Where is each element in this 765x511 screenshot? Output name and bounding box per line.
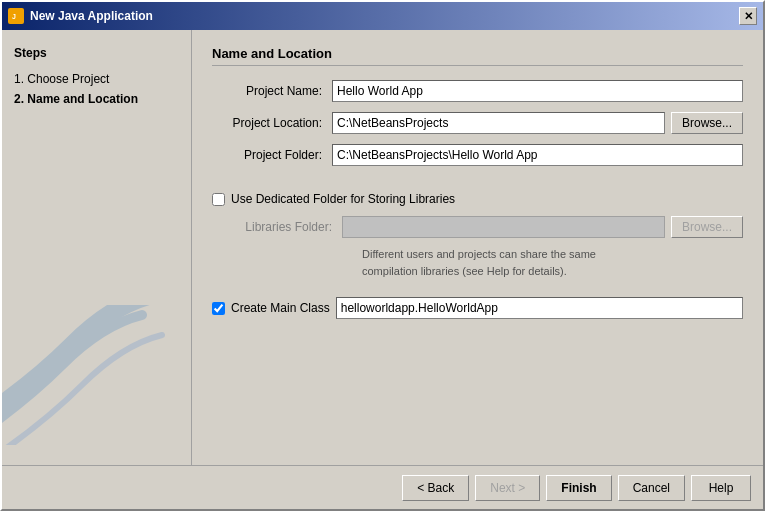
libraries-folder-label: Libraries Folder: [232,220,342,234]
step-1-item: 1. Choose Project [14,72,179,86]
close-button[interactable]: ✕ [739,7,757,25]
project-name-label: Project Name: [212,84,332,98]
finish-button[interactable]: Finish [546,475,611,501]
libraries-folder-row: Libraries Folder: Browse... [232,216,743,238]
project-location-label: Project Location: [212,116,332,130]
next-button: Next > [475,475,540,501]
use-dedicated-folder-label: Use Dedicated Folder for Storing Librari… [231,192,455,206]
main-spacer [212,319,743,449]
footer: < Back Next > Finish Cancel Help [2,465,763,509]
create-main-class-label: Create Main Class [231,301,330,315]
step-2-item: 2. Name and Location [14,92,179,106]
section-title: Name and Location [212,46,743,66]
back-button[interactable]: < Back [402,475,469,501]
java-app-icon: J [8,8,24,24]
dialog-title: New Java Application [30,9,153,23]
title-bar: J New Java Application ✕ [2,2,763,30]
create-main-class-row: Create Main Class [212,297,743,319]
steps-list: 1. Choose Project 2. Name and Location [14,72,179,106]
use-dedicated-folder-row: Use Dedicated Folder for Storing Librari… [212,192,743,206]
step-1-label: Choose Project [27,72,109,86]
step-1-number: 1. [14,72,27,86]
new-java-application-dialog: J New Java Application ✕ Steps 1. Choose… [0,0,765,511]
project-location-input[interactable] [332,112,665,134]
step-2-label: Name and Location [27,92,138,106]
steps-panel: Steps 1. Choose Project 2. Name and Loca… [2,30,192,465]
main-class-input[interactable] [336,297,743,319]
libraries-info-text: Different users and projects can share t… [362,246,743,279]
project-location-row: Project Location: Browse... [212,112,743,134]
title-bar-left: J New Java Application [8,8,153,24]
project-folder-input[interactable] [332,144,743,166]
info-line-1: Different users and projects can share t… [362,248,596,260]
svg-text:J: J [12,13,16,20]
project-name-input[interactable] [332,80,743,102]
watermark-decoration [2,305,172,445]
dialog-body: Steps 1. Choose Project 2. Name and Loca… [2,30,763,465]
libraries-browse-button: Browse... [671,216,743,238]
project-location-browse-button[interactable]: Browse... [671,112,743,134]
spacer-1 [212,176,743,186]
use-dedicated-folder-checkbox[interactable] [212,193,225,206]
libraries-folder-input [342,216,665,238]
create-main-class-checkbox[interactable] [212,302,225,315]
info-line-2: compilation libraries (see Help for deta… [362,265,567,277]
libraries-section: Libraries Folder: Browse... Different us… [232,216,743,293]
step-2-number: 2. [14,92,27,106]
cancel-button[interactable]: Cancel [618,475,685,501]
project-folder-label: Project Folder: [212,148,332,162]
help-button[interactable]: Help [691,475,751,501]
steps-heading: Steps [14,46,179,60]
project-folder-row: Project Folder: [212,144,743,166]
main-panel: Name and Location Project Name: Project … [192,30,763,465]
project-name-row: Project Name: [212,80,743,102]
